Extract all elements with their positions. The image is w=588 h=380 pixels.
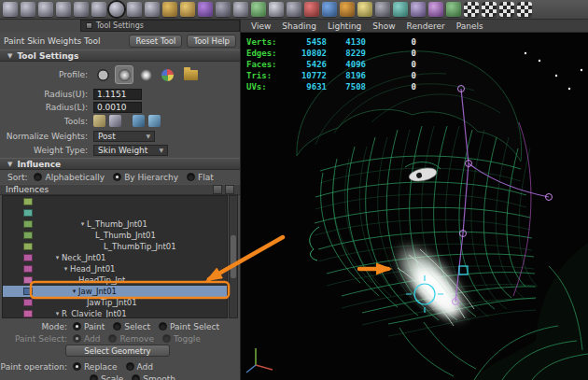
sort-az-icon[interactable] [213, 185, 222, 194]
tree-expander-icon[interactable]: ▾ [70, 288, 78, 295]
influence-row-jaw_jnt01[interactable]: ▾Jaw_Jnt01 [3, 286, 227, 297]
poly-sphere-icon[interactable] [3, 2, 18, 17]
tree-expander-icon[interactable]: ▾ [53, 310, 62, 317]
poly-helix-icon[interactable] [162, 2, 177, 17]
checker-map-4-icon[interactable] [517, 2, 532, 17]
radio-alphabetically[interactable]: Alphabetically [34, 173, 105, 182]
normalize-weights-value: Post [98, 132, 116, 141]
light-icon[interactable] [357, 2, 372, 17]
hud-value-component: 0 [396, 81, 416, 92]
poly-cylinder-icon[interactable] [38, 2, 53, 17]
radio-add[interactable]: Add [126, 362, 153, 372]
radius-l-input[interactable] [93, 102, 142, 113]
menu-show[interactable]: Show [367, 21, 400, 31]
text-tool-icon[interactable] [269, 2, 284, 17]
radius-u-input[interactable] [93, 89, 142, 100]
influence-row[interactable] [3, 196, 227, 207]
radio-paint[interactable]: Paint [73, 322, 105, 331]
nurbs-sphere-icon[interactable] [198, 2, 213, 17]
subdiv-sphere-icon[interactable] [287, 2, 301, 17]
ik-handle-icon[interactable] [411, 2, 426, 17]
poly-prism-icon[interactable] [109, 2, 124, 17]
poly-torus-icon[interactable] [91, 2, 106, 17]
tree-expander-icon[interactable]: ▾ [62, 265, 70, 273]
tree-expander-icon[interactable]: ▾ [53, 254, 62, 261]
poly-pipe-icon[interactable] [145, 2, 160, 17]
browse-stamp-folder-icon[interactable] [184, 70, 198, 80]
sort-options: AlphabeticallyBy HierarchyFlat [34, 173, 221, 182]
hud-label: Verts: [246, 36, 289, 48]
joint-tool-icon[interactable] [393, 2, 408, 17]
poly-pyramid-icon[interactable] [127, 2, 142, 17]
radio-replace[interactable]: Replace [73, 362, 118, 372]
menu-lighting[interactable]: Lighting [322, 21, 367, 31]
checker-map-2-icon[interactable] [482, 2, 497, 17]
influence-row-l_thumb_jnt01[interactable]: L_Thumb_Jnt01 [3, 230, 227, 241]
paint-select-options: AddRemoveToggle [73, 334, 209, 344]
influence-row-head_jnt01[interactable]: ▾Head_Jnt01 [3, 263, 227, 274]
radio-by-hierarchy[interactable]: By Hierarchy [113, 173, 178, 182]
tool-settings-section-header[interactable]: ▼ Tool Settings [0, 49, 240, 62]
scrollbar-thumb[interactable] [231, 235, 236, 278]
radio-flat[interactable]: Flat [187, 173, 214, 182]
influence-row[interactable] [3, 207, 227, 218]
poly-plane-icon[interactable] [74, 2, 89, 17]
select-geometry-button[interactable]: Select Geometry [65, 345, 170, 357]
smooth-flood-icon[interactable] [148, 115, 161, 127]
influence-section-header[interactable]: ▼ Influence [0, 158, 240, 170]
file-texture-icon[interactable] [446, 2, 461, 17]
blinn-sphere-icon[interactable] [322, 2, 337, 17]
paint-operation-row: Paint operation: ReplaceAdd [0, 360, 240, 373]
poly-cone-icon[interactable] [56, 2, 71, 17]
paint-operation-options: ReplaceAdd [73, 362, 161, 372]
camera-icon[interactable] [375, 2, 390, 17]
copy-weights-icon[interactable] [109, 115, 121, 127]
radio-dot [113, 173, 121, 181]
viewport-canvas[interactable]: Verts:545841300Edges:1080282290Faces:542… [241, 33, 588, 380]
tool-settings-titlebar[interactable]: Tool Settings [0, 20, 240, 32]
influence-row-r_clavicle_jnt01[interactable]: ▾R_Clavicle_Jnt01 [3, 308, 227, 318]
radio-paint-select[interactable]: Paint Select [159, 322, 219, 331]
tree-expander-icon[interactable]: ▾ [78, 220, 87, 228]
paint-weights-icon[interactable] [428, 2, 443, 17]
menu-view[interactable]: View [245, 21, 276, 31]
menu-renderer[interactable]: Renderer [401, 21, 451, 31]
mirror-weights-icon[interactable] [93, 115, 105, 127]
normalize-weights-dropdown[interactable]: Post ▼ [93, 131, 155, 142]
brush-gaussian-button[interactable] [136, 65, 155, 84]
influence-row-jawtip_jnt01[interactable]: JawTip_Jnt01 [3, 297, 227, 308]
pin-icon[interactable] [225, 185, 234, 194]
hud-value-total: 9631 [289, 81, 327, 92]
poly-soccerball-icon[interactable] [180, 2, 195, 17]
bevel-plus-icon[interactable] [251, 2, 266, 17]
influence-scrollbar[interactable] [229, 195, 238, 318]
ramp-texture-icon[interactable] [340, 2, 355, 17]
hud-value-component: 0 [396, 59, 416, 70]
poly-cube-icon[interactable] [21, 2, 35, 17]
brush-soft-button[interactable] [115, 65, 133, 84]
lambert-sphere-icon[interactable] [304, 2, 319, 17]
influence-row-l_thumb_jnt01[interactable]: ▾L_Thumb_Jnt01 [3, 218, 227, 230]
titlebar-main[interactable]: Tool Settings [80, 20, 240, 32]
checker-map-1-icon[interactable] [464, 2, 479, 17]
radio-smooth[interactable]: Smooth [132, 374, 175, 380]
nurbs-cube-icon[interactable] [216, 2, 231, 17]
sort-row: Sort: AlphabeticallyBy HierarchyFlat [0, 171, 240, 183]
weight-hammer-icon[interactable] [133, 115, 145, 127]
brush-hard-button[interactable] [93, 65, 112, 84]
influence-row-neck_jnt01[interactable]: ▾Neck_Jnt01 [3, 252, 227, 263]
weight-type-dropdown[interactable]: Skin Weight ▼ [93, 145, 168, 156]
brush-stamp-button[interactable] [158, 65, 176, 84]
influence-row-l_thumbtip_jnt01[interactable]: L_ThumbTip_Jnt01 [3, 241, 227, 252]
reset-tool-button[interactable]: Reset Tool [129, 35, 182, 48]
menu-shading[interactable]: Shading [276, 21, 322, 31]
radio-scale[interactable]: Scale [90, 374, 123, 380]
nurbs-circle-icon[interactable] [233, 2, 248, 17]
checker-map-3-icon[interactable] [499, 2, 514, 17]
joint-color-swatch [23, 288, 33, 295]
tool-help-button[interactable]: Tool Help [187, 35, 236, 48]
joint-color-swatch [23, 254, 33, 261]
radio-select[interactable]: Select [113, 322, 150, 331]
influence-row-headtip_jnt[interactable]: HeadTip_Jnt [3, 274, 227, 286]
menu-panels[interactable]: Panels [451, 21, 489, 31]
